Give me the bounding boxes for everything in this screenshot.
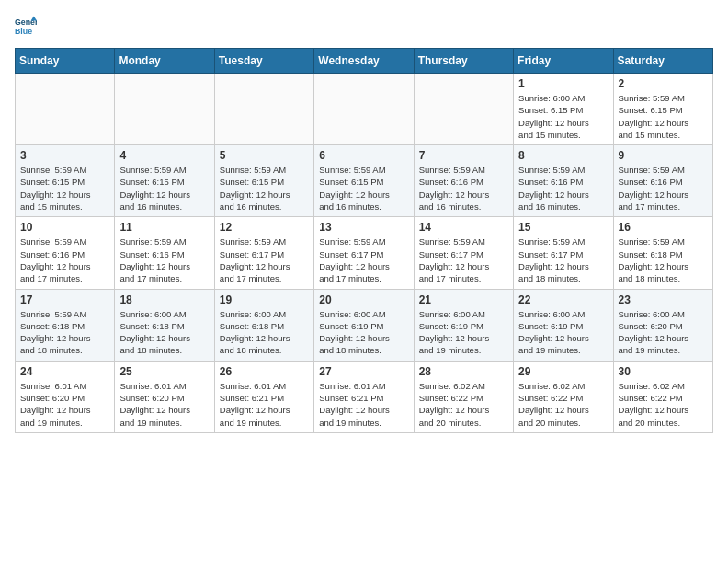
weekday-header-row: SundayMondayTuesdayWednesdayThursdayFrid… <box>16 49 713 74</box>
day-info: Sunrise: 5:59 AMSunset: 6:15 PMDaylight:… <box>20 164 109 213</box>
calendar-day-cell: 26Sunrise: 6:01 AMSunset: 6:21 PMDayligh… <box>214 361 313 432</box>
calendar-day-cell: 14Sunrise: 5:59 AMSunset: 6:17 PMDayligh… <box>414 217 513 289</box>
day-info: Sunrise: 5:59 AMSunset: 6:17 PMDaylight:… <box>419 236 508 284</box>
day-number: 5 <box>220 149 309 162</box>
day-info: Sunrise: 6:02 AMSunset: 6:22 PMDaylight:… <box>419 380 508 429</box>
day-number: 3 <box>20 149 109 162</box>
day-number: 6 <box>319 149 408 162</box>
day-number: 10 <box>20 221 109 234</box>
day-number: 4 <box>119 149 209 162</box>
svg-text:Blue: Blue <box>15 27 32 36</box>
day-number: 13 <box>319 221 408 234</box>
weekday-header: Friday <box>514 49 613 74</box>
calendar-day-cell: 17Sunrise: 5:59 AMSunset: 6:18 PMDayligh… <box>16 289 115 361</box>
weekday-header: Wednesday <box>314 49 414 74</box>
day-info: Sunrise: 6:01 AMSunset: 6:20 PMDaylight:… <box>20 380 109 429</box>
day-info: Sunrise: 5:59 AMSunset: 6:17 PMDaylight:… <box>518 236 608 284</box>
calendar-day-cell: 24Sunrise: 6:01 AMSunset: 6:20 PMDayligh… <box>16 361 115 432</box>
day-number: 2 <box>619 77 708 90</box>
day-info: Sunrise: 5:59 AMSunset: 6:16 PMDaylight:… <box>419 164 508 213</box>
day-number: 29 <box>518 365 608 378</box>
day-info: Sunrise: 5:59 AMSunset: 6:16 PMDaylight:… <box>518 164 608 213</box>
calendar-day-cell: 11Sunrise: 5:59 AMSunset: 6:16 PMDayligh… <box>115 217 214 289</box>
calendar-day-cell: 22Sunrise: 6:00 AMSunset: 6:19 PMDayligh… <box>514 289 613 361</box>
day-number: 20 <box>319 293 408 306</box>
day-number: 25 <box>119 365 209 378</box>
day-number: 30 <box>619 365 708 378</box>
calendar-day-cell: 3Sunrise: 5:59 AMSunset: 6:15 PMDaylight… <box>16 145 115 217</box>
day-info: Sunrise: 6:01 AMSunset: 6:20 PMDaylight:… <box>119 380 209 429</box>
calendar-day-cell <box>414 74 513 145</box>
calendar-day-cell: 15Sunrise: 5:59 AMSunset: 6:17 PMDayligh… <box>514 217 613 289</box>
day-info: Sunrise: 5:59 AMSunset: 6:17 PMDaylight:… <box>319 236 408 284</box>
day-info: Sunrise: 5:59 AMSunset: 6:16 PMDaylight:… <box>20 236 109 284</box>
calendar-week-row: 24Sunrise: 6:01 AMSunset: 6:20 PMDayligh… <box>16 361 713 432</box>
day-number: 18 <box>119 293 209 306</box>
day-info: Sunrise: 6:02 AMSunset: 6:22 PMDaylight:… <box>619 380 708 429</box>
day-info: Sunrise: 5:59 AMSunset: 6:16 PMDaylight:… <box>119 236 209 284</box>
calendar-day-cell: 1Sunrise: 6:00 AMSunset: 6:15 PMDaylight… <box>514 74 613 145</box>
calendar-day-cell: 30Sunrise: 6:02 AMSunset: 6:22 PMDayligh… <box>613 361 712 432</box>
day-info: Sunrise: 6:00 AMSunset: 6:19 PMDaylight:… <box>319 308 408 357</box>
calendar-day-cell: 21Sunrise: 6:00 AMSunset: 6:19 PMDayligh… <box>414 289 513 361</box>
day-number: 21 <box>419 293 508 306</box>
calendar-day-cell <box>314 74 414 145</box>
day-number: 24 <box>20 365 109 378</box>
day-info: Sunrise: 6:01 AMSunset: 6:21 PMDaylight:… <box>220 380 309 429</box>
weekday-header: Sunday <box>16 49 115 74</box>
calendar-day-cell: 18Sunrise: 6:00 AMSunset: 6:18 PMDayligh… <box>115 289 214 361</box>
calendar-day-cell <box>115 74 214 145</box>
day-number: 1 <box>518 77 608 90</box>
day-info: Sunrise: 6:00 AMSunset: 6:15 PMDaylight:… <box>518 92 608 141</box>
calendar-day-cell: 6Sunrise: 5:59 AMSunset: 6:15 PMDaylight… <box>314 145 414 217</box>
calendar-day-cell: 19Sunrise: 6:00 AMSunset: 6:18 PMDayligh… <box>214 289 313 361</box>
day-info: Sunrise: 5:59 AMSunset: 6:18 PMDaylight:… <box>619 236 708 284</box>
calendar-day-cell: 23Sunrise: 6:00 AMSunset: 6:20 PMDayligh… <box>613 289 712 361</box>
page-header: General Blue <box>15 15 713 37</box>
day-number: 22 <box>518 293 608 306</box>
calendar-day-cell: 13Sunrise: 5:59 AMSunset: 6:17 PMDayligh… <box>314 217 414 289</box>
day-info: Sunrise: 6:00 AMSunset: 6:20 PMDaylight:… <box>619 308 708 357</box>
calendar-day-cell: 16Sunrise: 5:59 AMSunset: 6:18 PMDayligh… <box>613 217 712 289</box>
calendar-day-cell: 29Sunrise: 6:02 AMSunset: 6:22 PMDayligh… <box>514 361 613 432</box>
logo: General Blue <box>15 15 40 37</box>
calendar-week-row: 17Sunrise: 5:59 AMSunset: 6:18 PMDayligh… <box>16 289 713 361</box>
day-info: Sunrise: 6:00 AMSunset: 6:19 PMDaylight:… <box>419 308 508 357</box>
day-info: Sunrise: 6:00 AMSunset: 6:18 PMDaylight:… <box>220 308 309 357</box>
calendar-day-cell: 28Sunrise: 6:02 AMSunset: 6:22 PMDayligh… <box>414 361 513 432</box>
day-number: 11 <box>119 221 209 234</box>
calendar-day-cell: 7Sunrise: 5:59 AMSunset: 6:16 PMDaylight… <box>414 145 513 217</box>
calendar-day-cell <box>214 74 313 145</box>
weekday-header: Monday <box>115 49 214 74</box>
day-number: 14 <box>419 221 508 234</box>
calendar-day-cell <box>16 74 115 145</box>
calendar-day-cell: 9Sunrise: 5:59 AMSunset: 6:16 PMDaylight… <box>613 145 712 217</box>
calendar-day-cell: 4Sunrise: 5:59 AMSunset: 6:15 PMDaylight… <box>115 145 214 217</box>
day-number: 27 <box>319 365 408 378</box>
day-info: Sunrise: 6:00 AMSunset: 6:19 PMDaylight:… <box>518 308 608 357</box>
logo-icon: General Blue <box>15 15 37 37</box>
calendar-day-cell: 8Sunrise: 5:59 AMSunset: 6:16 PMDaylight… <box>514 145 613 217</box>
calendar-day-cell: 20Sunrise: 6:00 AMSunset: 6:19 PMDayligh… <box>314 289 414 361</box>
calendar-day-cell: 25Sunrise: 6:01 AMSunset: 6:20 PMDayligh… <box>115 361 214 432</box>
calendar-week-row: 1Sunrise: 6:00 AMSunset: 6:15 PMDaylight… <box>16 74 713 145</box>
calendar-week-row: 10Sunrise: 5:59 AMSunset: 6:16 PMDayligh… <box>16 217 713 289</box>
day-number: 12 <box>220 221 309 234</box>
day-info: Sunrise: 5:59 AMSunset: 6:15 PMDaylight:… <box>319 164 408 213</box>
day-number: 9 <box>619 149 708 162</box>
day-number: 23 <box>619 293 708 306</box>
day-number: 28 <box>419 365 508 378</box>
weekday-header: Thursday <box>414 49 513 74</box>
day-number: 7 <box>419 149 508 162</box>
day-info: Sunrise: 6:00 AMSunset: 6:18 PMDaylight:… <box>119 308 209 357</box>
day-info: Sunrise: 6:01 AMSunset: 6:21 PMDaylight:… <box>319 380 408 429</box>
day-number: 16 <box>619 221 708 234</box>
weekday-header: Saturday <box>613 49 712 74</box>
calendar-week-row: 3Sunrise: 5:59 AMSunset: 6:15 PMDaylight… <box>16 145 713 217</box>
day-info: Sunrise: 5:59 AMSunset: 6:15 PMDaylight:… <box>619 92 708 141</box>
calendar-day-cell: 5Sunrise: 5:59 AMSunset: 6:15 PMDaylight… <box>214 145 313 217</box>
day-info: Sunrise: 5:59 AMSunset: 6:18 PMDaylight:… <box>20 308 109 357</box>
day-info: Sunrise: 5:59 AMSunset: 6:15 PMDaylight:… <box>220 164 309 213</box>
day-number: 15 <box>518 221 608 234</box>
calendar-day-cell: 10Sunrise: 5:59 AMSunset: 6:16 PMDayligh… <box>16 217 115 289</box>
